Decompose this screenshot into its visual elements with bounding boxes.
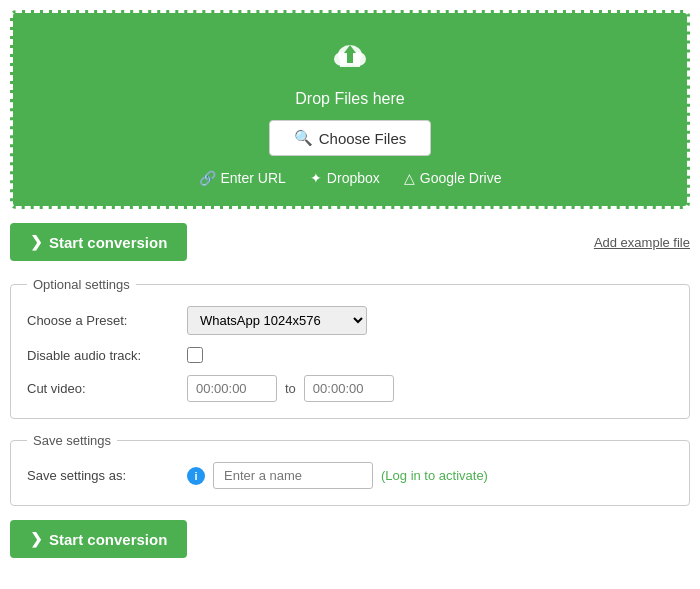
cut-from-input[interactable]	[187, 375, 277, 402]
choose-files-button[interactable]: 🔍 Choose Files	[269, 120, 432, 156]
disable-audio-label: Disable audio track:	[27, 348, 187, 363]
preset-select[interactable]: WhatsApp 1024x576 WhatsApp 640x480 Whats…	[187, 306, 367, 335]
chevron-right-icon-bottom: ❯	[30, 530, 43, 548]
login-link[interactable]: (Log in to activate)	[381, 468, 488, 483]
drop-zone[interactable]: Drop Files here 🔍 Choose Files 🔗 Enter U…	[10, 10, 690, 209]
dropbox-option[interactable]: ✦ Dropbox	[310, 170, 380, 186]
disable-audio-checkbox[interactable]	[187, 347, 203, 363]
optional-settings-panel: Optional settings Choose a Preset: Whats…	[10, 277, 690, 419]
preset-label: Choose a Preset:	[27, 313, 187, 328]
disable-audio-row: Disable audio track:	[27, 347, 673, 363]
save-as-label: Save settings as:	[27, 468, 187, 483]
optional-settings-legend: Optional settings	[27, 277, 136, 292]
time-inputs: to	[187, 375, 394, 402]
search-icon: 🔍	[294, 129, 313, 147]
preset-row: Choose a Preset: WhatsApp 1024x576 Whats…	[27, 306, 673, 335]
chevron-right-icon: ❯	[30, 233, 43, 251]
save-name-input[interactable]	[213, 462, 373, 489]
cut-video-row: Cut video: to	[27, 375, 673, 402]
save-settings-panel: Save settings Save settings as: i (Log i…	[10, 433, 690, 506]
dropbox-icon: ✦	[310, 170, 322, 186]
start-conversion-top-button[interactable]: ❯ Start conversion	[10, 223, 187, 261]
save-settings-legend: Save settings	[27, 433, 117, 448]
to-label: to	[285, 381, 296, 396]
link-icon: 🔗	[199, 170, 216, 186]
gdrive-icon: △	[404, 170, 415, 186]
add-example-link[interactable]: Add example file	[594, 235, 690, 250]
cut-video-label: Cut video:	[27, 381, 187, 396]
save-row: i (Log in to activate)	[187, 462, 488, 489]
save-as-row: Save settings as: i (Log in to activate)	[27, 462, 673, 489]
upload-icon	[326, 37, 374, 82]
enter-url-option[interactable]: 🔗 Enter URL	[199, 170, 286, 186]
cut-to-input[interactable]	[304, 375, 394, 402]
login-text: (Log in to activate)	[381, 468, 488, 483]
source-options: 🔗 Enter URL ✦ Dropbox △ Google Drive	[33, 170, 667, 186]
action-row: ❯ Start conversion Add example file	[10, 223, 690, 261]
bottom-action: ❯ Start conversion	[10, 520, 690, 558]
drop-text: Drop Files here	[33, 90, 667, 108]
info-icon[interactable]: i	[187, 467, 205, 485]
google-drive-option[interactable]: △ Google Drive	[404, 170, 502, 186]
start-conversion-bottom-button[interactable]: ❯ Start conversion	[10, 520, 187, 558]
